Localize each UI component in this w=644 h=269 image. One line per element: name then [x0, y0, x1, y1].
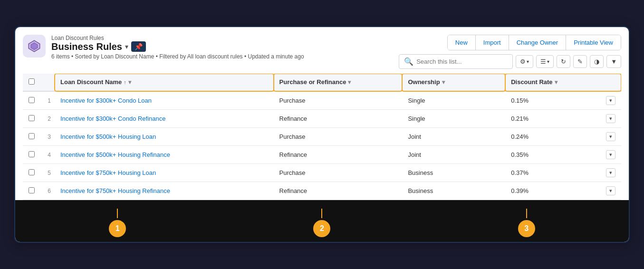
- row-action-btn-3[interactable]: ▾: [606, 132, 615, 141]
- toolbar: 🔍 ⚙ ▾ ☰ ▾ ↻ ✎ ◑ ▼: [399, 54, 621, 69]
- row-ownership-1: Single: [402, 91, 505, 110]
- change-owner-button[interactable]: Change Owner: [509, 35, 566, 50]
- annotation-3: 3: [518, 220, 535, 237]
- row-dr-5: 0.37% ▾: [505, 164, 621, 182]
- header-left: Loan Discount Rules Business Rules ▾ 📌 6…: [23, 35, 304, 60]
- header-title-row: Business Rules ▾ 📌: [51, 41, 304, 52]
- row-num-6: 6: [40, 182, 55, 200]
- row-name-3: Incentive for $500k+ Housing Loan: [55, 128, 274, 146]
- row-por-6: Refinance: [274, 182, 403, 200]
- filter-button[interactable]: ▼: [606, 55, 621, 68]
- header: Loan Discount Rules Business Rules ▾ 📌 6…: [23, 35, 621, 69]
- row-por-5: Purchase: [274, 164, 403, 182]
- columns-icon: ☰: [540, 58, 546, 65]
- row-action-btn-2[interactable]: ▾: [606, 114, 615, 123]
- row-checkbox-3[interactable]: [29, 133, 35, 139]
- row-por-2: Refinance: [274, 110, 403, 128]
- row-num-4: 4: [40, 146, 55, 164]
- table-wrapper: Loan Discount Name ↑ ▾ Purchase or Refin…: [23, 74, 621, 201]
- col-name-label: Loan Discount Name: [60, 78, 122, 86]
- row-dr-2: 0.21% ▾: [505, 110, 621, 128]
- app-icon: [23, 35, 46, 58]
- header-checkbox-cell: [23, 74, 40, 91]
- row-action-btn-5[interactable]: ▾: [606, 168, 615, 177]
- import-button[interactable]: Import: [476, 35, 509, 50]
- row-checkbox-cell: [23, 91, 40, 110]
- annotation-1: 1: [109, 220, 126, 237]
- table-row: 4 Incentive for $500k+ Housing Refinance…: [23, 146, 621, 164]
- header-meta: 6 items • Sorted by Loan Discount Name •…: [51, 53, 304, 60]
- columns-button[interactable]: ☰ ▾: [536, 55, 554, 68]
- sort-asc-icon[interactable]: ↑: [124, 79, 126, 85]
- row-num-1: 1: [40, 91, 55, 110]
- select-all-checkbox[interactable]: [29, 78, 35, 85]
- row-ownership-3: Joint: [402, 128, 505, 146]
- printable-view-button[interactable]: Printable View: [566, 35, 621, 50]
- app-subtitle: Loan Discount Rules: [51, 35, 304, 41]
- row-num-5: 5: [40, 164, 55, 182]
- row-checkbox-6[interactable]: [29, 187, 35, 193]
- pin-button[interactable]: 📌: [131, 41, 146, 52]
- row-checkbox-cell: [23, 146, 40, 164]
- edit-button[interactable]: ✎: [573, 55, 587, 68]
- row-checkbox-4[interactable]: [29, 151, 35, 157]
- row-por-1: Purchase: [274, 91, 403, 110]
- col-dr-label: Discount Rate: [511, 78, 552, 86]
- row-name-5: Incentive for $750k+ Housing Loan: [55, 164, 274, 182]
- row-checkbox-cell: [23, 164, 40, 182]
- row-name-6: Incentive for $750k+ Housing Refinance: [55, 182, 274, 200]
- row-ownership-4: Joint: [402, 146, 505, 164]
- refresh-button[interactable]: ↻: [557, 55, 570, 68]
- row-num-3: 3: [40, 128, 55, 146]
- settings-button[interactable]: ⚙ ▾: [516, 55, 533, 68]
- row-dr-4: 0.35% ▾: [505, 146, 621, 164]
- row-dr-6: 0.39% ▾: [505, 182, 621, 200]
- row-checkbox-1[interactable]: [29, 97, 35, 103]
- title-dropdown-icon[interactable]: ▾: [125, 43, 128, 50]
- header-title-area: Loan Discount Rules Business Rules ▾ 📌 6…: [51, 35, 304, 60]
- row-dr-1: 0.15% ▾: [505, 92, 621, 110]
- col-header-discount-rate: Discount Rate ▾: [505, 74, 621, 91]
- row-por-4: Refinance: [274, 146, 403, 164]
- row-action-btn-6[interactable]: ▾: [606, 186, 615, 195]
- header-right: New Import Change Owner Printable View 🔍…: [399, 35, 621, 69]
- annotations-bar: 1 2 3: [15, 200, 629, 242]
- row-checkbox-cell: [23, 110, 40, 128]
- table-row: 2 Incentive for $300k+ Condo Refinance R…: [23, 110, 621, 128]
- table-row: 6 Incentive for $750k+ Housing Refinance…: [23, 182, 621, 200]
- search-input[interactable]: [416, 58, 508, 65]
- action-buttons: New Import Change Owner Printable View: [447, 35, 621, 50]
- search-icon: 🔍: [404, 57, 413, 66]
- row-por-3: Purchase: [274, 128, 403, 146]
- row-ownership-5: Business: [402, 164, 505, 182]
- row-checkbox-2[interactable]: [29, 115, 35, 121]
- row-name-1: Incentive for $300k+ Condo Loan: [55, 91, 274, 110]
- col-ownership-chevron[interactable]: ▾: [442, 79, 445, 86]
- col-por-label: Purchase or Refinance: [279, 78, 346, 86]
- data-table: Loan Discount Name ↑ ▾ Purchase or Refin…: [23, 74, 621, 201]
- new-button[interactable]: New: [448, 35, 476, 50]
- row-ownership-6: Business: [402, 182, 505, 200]
- page-title: Business Rules: [51, 41, 122, 52]
- row-name-4: Incentive for $500k+ Housing Refinance: [55, 146, 274, 164]
- svg-marker-1: [31, 43, 38, 50]
- row-name-2: Incentive for $300k+ Condo Refinance: [55, 110, 274, 128]
- col-header-por: Purchase or Refinance ▾: [274, 74, 403, 91]
- col-header-ownership: Ownership ▾: [402, 74, 505, 91]
- col-header-name: Loan Discount Name ↑ ▾: [55, 74, 274, 91]
- row-action-btn-1[interactable]: ▾: [606, 96, 615, 105]
- row-checkbox-cell: [23, 182, 40, 200]
- col-por-chevron[interactable]: ▾: [348, 79, 351, 86]
- header-row-num: [40, 74, 55, 91]
- col-dr-chevron[interactable]: ▾: [555, 79, 557, 86]
- col-ownership-label: Ownership: [408, 78, 440, 86]
- main-card: Loan Discount Rules Business Rules ▾ 📌 6…: [14, 26, 630, 243]
- row-checkbox-5[interactable]: [29, 169, 35, 175]
- table-section: Loan Discount Name ↑ ▾ Purchase or Refin…: [23, 74, 621, 201]
- gear-icon: ⚙: [520, 58, 526, 65]
- col-name-chevron[interactable]: ▾: [128, 79, 131, 86]
- row-checkbox-cell: [23, 128, 40, 146]
- search-box[interactable]: 🔍: [399, 54, 513, 69]
- row-action-btn-4[interactable]: ▾: [606, 150, 615, 159]
- chart-button[interactable]: ◑: [590, 55, 604, 68]
